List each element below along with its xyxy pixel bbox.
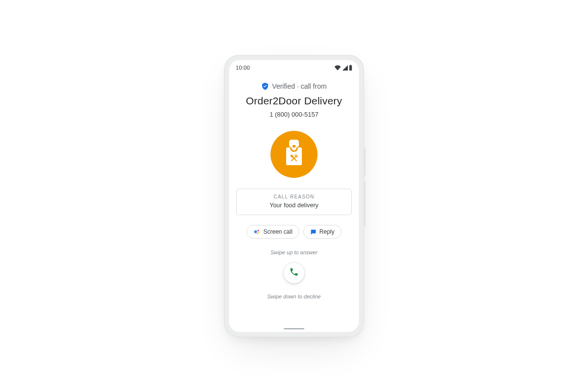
phone-screen: 10:00 Ve [229, 60, 359, 332]
call-reason-title: CALL REASON [242, 194, 346, 199]
delivery-bag-icon [281, 140, 307, 169]
cell-signal-icon [342, 65, 348, 71]
caller-avatar [270, 131, 318, 178]
answer-button[interactable] [283, 262, 305, 284]
phone-frame: 10:00 Ve [224, 55, 364, 337]
svg-rect-1 [350, 65, 351, 66]
status-time: 10:00 [236, 65, 250, 71]
verified-row: Verified · call from [261, 82, 326, 90]
caller-name: Order2Door Delivery [246, 95, 342, 107]
reply-button[interactable]: Reply [303, 225, 342, 239]
svg-rect-2 [286, 147, 302, 165]
verified-shield-icon [261, 82, 269, 90]
battery-icon [349, 65, 352, 71]
call-reason-body: Your food delivery [242, 202, 346, 209]
svg-point-9 [258, 230, 259, 231]
svg-point-10 [258, 232, 260, 233]
swipe-down-hint: Swipe down to decline [267, 294, 320, 299]
svg-point-11 [257, 233, 258, 234]
nav-handle[interactable] [284, 328, 304, 329]
screen-call-button[interactable]: Screen call [246, 225, 299, 239]
svg-point-8 [254, 230, 257, 233]
assistant-icon [253, 228, 260, 235]
wifi-icon [334, 65, 341, 71]
message-icon [310, 229, 317, 235]
swipe-up-hint: Swipe up to answer [270, 249, 318, 255]
status-icons [334, 65, 352, 71]
svg-rect-0 [349, 65, 352, 71]
screen-call-label: Screen call [263, 228, 292, 235]
reply-label: Reply [319, 228, 335, 235]
call-reason-card: CALL REASON Your food delivery [236, 189, 352, 215]
caller-number: 1 (800) 000-5157 [270, 111, 318, 118]
verified-label: Verified · call from [272, 82, 326, 90]
phone-icon [289, 267, 299, 279]
status-bar: 10:00 [229, 60, 359, 73]
